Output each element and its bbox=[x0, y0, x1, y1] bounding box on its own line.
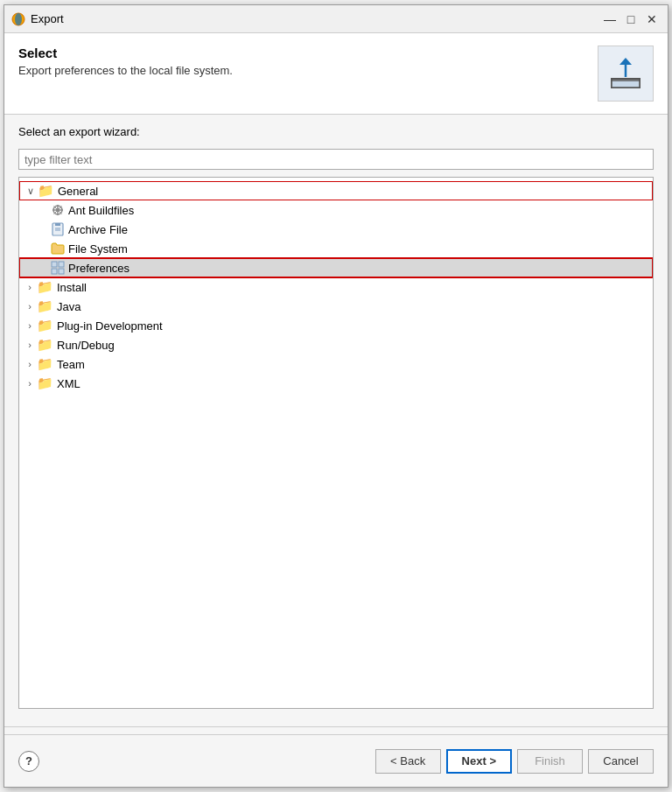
tree-group-install[interactable]: › 📁 Install bbox=[19, 277, 653, 297]
tree-label-xml: XML bbox=[57, 377, 80, 390]
tree-container[interactable]: ∨ 📁 General An bbox=[18, 177, 654, 709]
archive-icon bbox=[51, 222, 65, 236]
tree-label-archive-file: Archive File bbox=[68, 223, 128, 236]
tree-item-file-system[interactable]: File System bbox=[19, 239, 653, 258]
tree-label-install: Install bbox=[57, 281, 87, 294]
footer-left: ? bbox=[18, 751, 39, 772]
spacer-prefs bbox=[37, 263, 51, 273]
expand-icon-install: › bbox=[23, 282, 37, 292]
folder-icon-general: 📁 bbox=[38, 183, 54, 199]
tree-group-plugin-dev[interactable]: › 📁 Plug-in Development bbox=[19, 316, 653, 335]
spacer-ant bbox=[37, 205, 51, 215]
back-button[interactable]: < Back bbox=[375, 749, 441, 774]
svg-rect-16 bbox=[52, 262, 57, 267]
title-bar: Export — □ ✕ bbox=[4, 5, 668, 33]
tree-label-java: Java bbox=[57, 300, 80, 313]
cancel-button[interactable]: Cancel bbox=[588, 749, 654, 774]
svg-point-1 bbox=[15, 13, 22, 25]
header-section: Select Export preferences to the local f… bbox=[4, 33, 668, 115]
folder-icon-java: 📁 bbox=[37, 298, 53, 314]
svg-rect-19 bbox=[59, 269, 64, 274]
tree-item-archive-file[interactable]: Archive File bbox=[19, 220, 653, 239]
header-icon-box bbox=[598, 46, 654, 102]
next-button[interactable]: Next > bbox=[446, 749, 512, 774]
tree-label-plugin-dev: Plug-in Development bbox=[57, 319, 163, 333]
svg-rect-17 bbox=[59, 262, 64, 267]
tree-label-team: Team bbox=[57, 358, 85, 371]
tree-item-preferences[interactable]: Preferences bbox=[19, 258, 653, 277]
page-title: Select bbox=[18, 46, 233, 60]
folder-icon-run: 📁 bbox=[37, 337, 53, 353]
tree-label-file-system: File System bbox=[68, 242, 128, 256]
folder-icon-xml: 📁 bbox=[37, 375, 53, 391]
page-description: Export preferences to the local file sys… bbox=[18, 64, 233, 77]
spacer-fs bbox=[37, 243, 51, 254]
ant-icon bbox=[51, 203, 65, 217]
content-section: Select an export wizard: ∨ 📁 General bbox=[4, 115, 668, 719]
tree-label-general: General bbox=[58, 185, 98, 198]
expand-icon-java: › bbox=[23, 301, 37, 312]
export-icon bbox=[608, 56, 643, 91]
folder-icon-team: 📁 bbox=[37, 356, 53, 372]
folder-icon-plugin: 📁 bbox=[37, 318, 53, 333]
preferences-icon bbox=[51, 261, 65, 275]
tree-label-preferences: Preferences bbox=[68, 262, 130, 275]
expand-icon-run: › bbox=[23, 340, 37, 350]
title-bar-left: Export bbox=[11, 12, 64, 26]
spacer-archive bbox=[37, 224, 51, 235]
expand-icon-general: ∨ bbox=[24, 186, 38, 197]
expand-icon-xml: › bbox=[23, 378, 37, 389]
expand-icon-plugin: › bbox=[23, 320, 37, 331]
svg-marker-5 bbox=[620, 58, 632, 65]
filesystem-icon bbox=[51, 242, 65, 256]
footer: ? < Back Next > Finish Cancel bbox=[4, 734, 668, 787]
footer-right: < Back Next > Finish Cancel bbox=[375, 749, 654, 774]
export-dialog: Export — □ ✕ Select Export preferences t… bbox=[4, 4, 668, 788]
finish-button[interactable]: Finish bbox=[517, 749, 583, 774]
tree-group-run-debug[interactable]: › 📁 Run/Debug bbox=[19, 335, 653, 354]
title-text: Export bbox=[31, 12, 64, 25]
title-controls: — □ ✕ bbox=[601, 11, 661, 28]
maximize-button[interactable]: □ bbox=[622, 11, 640, 28]
footer-separator bbox=[4, 726, 668, 727]
close-button[interactable]: ✕ bbox=[643, 11, 661, 28]
header-text: Select Export preferences to the local f… bbox=[18, 46, 233, 77]
svg-rect-18 bbox=[52, 269, 57, 274]
tree-item-ant-buildfiles[interactable]: Ant Buildfiles bbox=[19, 200, 653, 220]
tree-group-team[interactable]: › 📁 Team bbox=[19, 354, 653, 374]
tree-label-run-debug: Run/Debug bbox=[57, 339, 115, 352]
tree-group-java[interactable]: › 📁 Java bbox=[19, 297, 653, 316]
expand-icon-team: › bbox=[23, 359, 37, 369]
help-button[interactable]: ? bbox=[18, 751, 39, 772]
folder-icon-install: 📁 bbox=[37, 279, 53, 295]
svg-rect-13 bbox=[55, 223, 60, 226]
filter-input[interactable] bbox=[18, 149, 654, 170]
tree-group-general[interactable]: ∨ 📁 General bbox=[19, 181, 653, 200]
tree-group-xml[interactable]: › 📁 XML bbox=[19, 374, 653, 393]
minimize-button[interactable]: — bbox=[601, 11, 619, 28]
wizard-label: Select an export wizard: bbox=[18, 125, 654, 138]
eclipse-icon bbox=[11, 12, 25, 26]
tree-label-ant-buildfiles: Ant Buildfiles bbox=[68, 204, 134, 217]
svg-rect-3 bbox=[612, 81, 640, 88]
